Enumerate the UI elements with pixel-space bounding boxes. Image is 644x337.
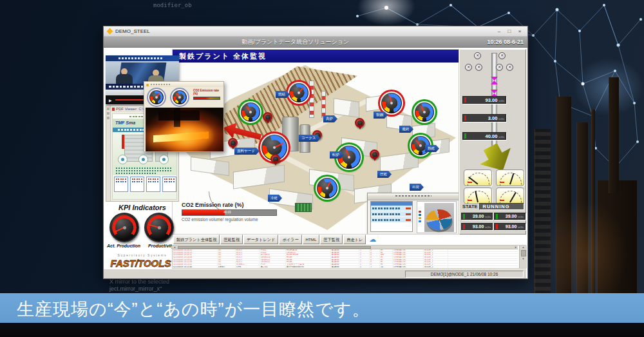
flow-readout: 39.00m3/s — [494, 213, 526, 220]
flow-readout: 93.00m3/s — [462, 96, 506, 104]
state-label: STATE — [462, 204, 477, 209]
popup-table-row — [371, 211, 412, 217]
alarm-cell: GT — [218, 261, 236, 263]
pdf-toolbar[interactable] — [106, 106, 111, 201]
alert-map-pin — [228, 138, 238, 148]
page-title: 製鉄プラント 全体監視 — [173, 50, 459, 63]
alarm-cell: OPERATOR — [393, 259, 424, 261]
production-ratio-popup[interactable] — [367, 193, 459, 234]
scrollbar-thumb[interactable] — [521, 250, 526, 256]
flow-readout: 3.00m3/s — [462, 114, 506, 122]
alarm-cell: NODE_1 — [424, 256, 448, 258]
alarm-cell: GT — [218, 264, 236, 265]
window-titlebar[interactable]: DEMO_STEEL – □ × — [104, 26, 527, 37]
tab-3[interactable]: データトレンド — [243, 235, 278, 244]
scroll-up-arrow[interactable]: ▲ — [520, 246, 527, 249]
pie-chart-frame — [417, 201, 457, 233]
alarm-cell: 021/06/08 10:26:05 — [173, 259, 218, 261]
alarm-cell: OPERATOR — [393, 256, 424, 258]
background-code-top: modifier_ob — [153, 2, 192, 8]
flow-unit: m3/s — [485, 226, 491, 229]
alarm-cell: ALARM — [331, 261, 359, 263]
alarm-cell: HI — [380, 261, 393, 263]
window-title: DEMO_STEEL — [115, 28, 494, 34]
popup-titlebar[interactable] — [368, 195, 459, 200]
vertical-scrollbar[interactable]: ▲ ▼ — [519, 246, 527, 268]
tab-2[interactable]: 圧延監視 — [220, 235, 243, 244]
flow-value: 93.00 — [467, 224, 484, 229]
furnace-camera-popup[interactable]: CO2 Emission rate (%) — [144, 81, 224, 152]
alarm-cell: 0 — [370, 254, 380, 256]
furnace-camera-image — [146, 108, 223, 151]
flow-value: 39.00 — [500, 214, 516, 218]
alarm-cell: 021/06/08 10:25:52 — [173, 264, 218, 265]
process-side-panel: ✕✕✕✕✕✕ 93.00m3/s3.00m3/s40.00m3/s STATE … — [459, 49, 526, 235]
kpi-title: KPI Indicators — [106, 204, 179, 211]
alarm-cell: ALARM — [331, 252, 359, 254]
cloud-icon[interactable]: ☁ — [369, 235, 376, 245]
screen: modifier_ob types.Operator) X mirror to … — [0, 0, 644, 337]
poster-title: TMF Sma — [115, 120, 135, 125]
alarm-cell: 1 — [359, 259, 370, 261]
alarm-cell: 021/06/08 10:25:58 — [173, 261, 218, 263]
flow-value: 93.00 — [468, 97, 497, 103]
co2-emission-panel: CO2 Emission rate (%) 40.03 CO2 emission… — [182, 202, 285, 222]
more-options-icon[interactable]: ⁝ — [377, 235, 379, 245]
alarm-table: ◄ ► 021/06/08 10:26:15GTROOTPV01HIGH ALM… — [172, 245, 526, 269]
alarm-cell: OPERATOR — [393, 254, 424, 256]
flow-unit: m3/s — [518, 226, 524, 229]
status-indicator — [496, 214, 498, 219]
bottom-strip — [0, 323, 644, 337]
popup-table — [370, 201, 413, 232]
alarm-cell: FLOW03 — [260, 254, 286, 256]
flow-unit: m3/s — [498, 135, 504, 139]
alarm-cell: NODE_1 — [424, 254, 448, 256]
alarm-cell: PV06 — [260, 252, 286, 254]
tab-6[interactable]: 圧下監視 — [320, 235, 343, 244]
fan-icon: ✕ — [506, 64, 513, 71]
analog-meter — [464, 188, 492, 204]
flow-value: 93.00 — [500, 224, 516, 229]
alarm-cell: 10 — [380, 266, 393, 268]
flow-unit: m3/s — [518, 215, 524, 218]
popup-titlebar[interactable] — [144, 82, 223, 87]
tab-1[interactable]: 製鉄プラント全体監視 — [173, 235, 220, 244]
fan-icon: ✕ — [498, 52, 506, 59]
scroll-down-arrow[interactable]: ▼ — [520, 257, 527, 261]
alarm-cell: OPERATOR — [393, 264, 424, 265]
close-button[interactable]: × — [515, 28, 525, 34]
alarm-cell: ALARM — [331, 266, 359, 268]
flow-value: 40.00 — [468, 133, 497, 139]
alarm-cell: ROOT — [236, 259, 260, 261]
alarm-cell: ROOT — [236, 252, 260, 254]
alarm-cell: HI — [380, 259, 393, 261]
tab-5[interactable]: HTML — [303, 235, 320, 244]
status-indicator — [463, 224, 465, 229]
alarm-cell: ACT01 — [260, 266, 286, 268]
tab-7[interactable]: 自走トレ — [343, 235, 366, 244]
alarm-cell: ALARM — [331, 264, 359, 265]
popup-co2-label: CO2 Emission rate (%) — [193, 89, 223, 95]
alarm-cell: GT — [218, 259, 236, 261]
tab-4[interactable]: ボイラー — [279, 235, 301, 244]
minimize-button[interactable]: – — [494, 28, 504, 34]
flow-value: 39.00 — [467, 214, 484, 218]
status-indicator — [464, 97, 466, 102]
alarm-cell: NODE_1 — [424, 266, 448, 268]
alarm-cell: 1 — [359, 254, 370, 256]
alarm-cell: HH — [380, 254, 393, 256]
alarm-cell: ROOT — [236, 261, 260, 263]
scrollbar-thumb[interactable] — [178, 246, 371, 249]
alarm-cell: 1 — [359, 266, 370, 268]
alarm-cell: ROOT — [236, 256, 260, 258]
alarm-cell: LEVEL02 — [260, 261, 286, 263]
maximize-button[interactable]: □ — [504, 28, 515, 34]
alarm-cell: OPERATOR — [393, 261, 424, 263]
pie-chart-panel — [424, 203, 454, 232]
logo-name: FAST/TOOLS™ — [106, 257, 179, 268]
play-icon[interactable]: ▶ — [109, 98, 112, 102]
state-value: RUNNING — [479, 203, 524, 210]
alarm-row[interactable]: 021/06/08 10:25:46DEMOOPEACT01Act.Produc… — [173, 266, 518, 268]
pie-chart — [424, 208, 453, 231]
alarm-cell: Act.Production Rc — [286, 266, 331, 268]
